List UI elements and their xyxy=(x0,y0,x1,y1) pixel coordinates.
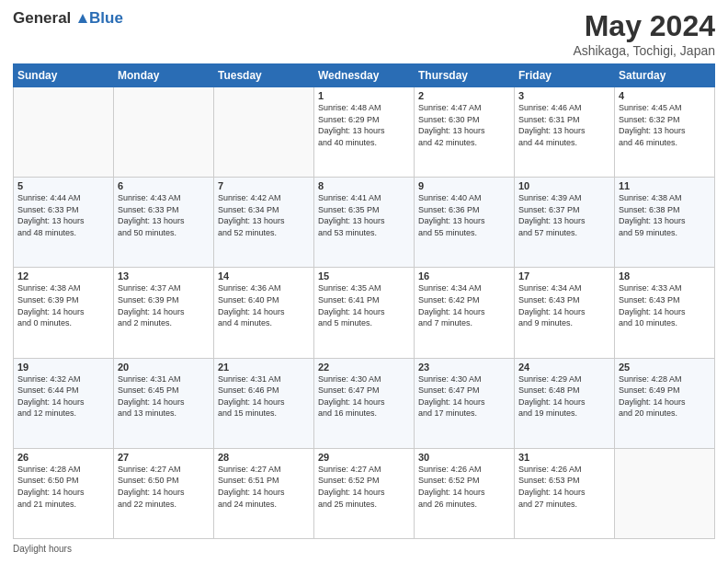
day-number: 7 xyxy=(218,180,310,191)
day-info: Sunrise: 4:46 AM Sunset: 6:31 PM Dayligh… xyxy=(518,102,610,148)
logo-text: General Blue xyxy=(13,9,123,28)
day-number: 6 xyxy=(118,180,210,191)
calendar-cell: 11Sunrise: 4:38 AM Sunset: 6:38 PM Dayli… xyxy=(615,178,715,268)
day-info: Sunrise: 4:35 AM Sunset: 6:41 PM Dayligh… xyxy=(318,282,410,328)
day-info: Sunrise: 4:40 AM Sunset: 6:36 PM Dayligh… xyxy=(418,192,510,238)
day-number: 17 xyxy=(518,270,610,282)
calendar-header-row: SundayMondayTuesdayWednesdayThursdayFrid… xyxy=(14,64,715,87)
day-number: 25 xyxy=(619,362,711,373)
day-number: 2 xyxy=(418,90,510,101)
calendar-cell: 25Sunrise: 4:28 AM Sunset: 6:49 PM Dayli… xyxy=(615,358,715,448)
main-title: May 2024 xyxy=(573,9,715,43)
logo-general: General xyxy=(13,9,71,27)
day-number: 4 xyxy=(619,90,711,101)
day-number: 22 xyxy=(318,362,410,373)
day-number: 13 xyxy=(118,270,210,282)
calendar-day-header: Saturday xyxy=(615,64,715,87)
calendar-cell: 4Sunrise: 4:45 AM Sunset: 6:32 PM Daylig… xyxy=(615,87,715,178)
calendar-cell: 20Sunrise: 4:31 AM Sunset: 6:45 PM Dayli… xyxy=(114,358,214,448)
day-number: 23 xyxy=(418,362,510,373)
calendar-cell: 19Sunrise: 4:32 AM Sunset: 6:44 PM Dayli… xyxy=(14,358,114,448)
calendar-cell: 17Sunrise: 4:34 AM Sunset: 6:43 PM Dayli… xyxy=(515,268,615,358)
calendar-day-header: Tuesday xyxy=(214,64,314,87)
day-info: Sunrise: 4:39 AM Sunset: 6:37 PM Dayligh… xyxy=(518,192,610,238)
calendar-week-row: 1Sunrise: 4:48 AM Sunset: 6:29 PM Daylig… xyxy=(14,87,715,178)
calendar-cell: 9Sunrise: 4:40 AM Sunset: 6:36 PM Daylig… xyxy=(415,178,515,268)
logo-blue: Blue xyxy=(89,10,123,28)
calendar-cell: 26Sunrise: 4:28 AM Sunset: 6:50 PM Dayli… xyxy=(14,448,114,538)
day-info: Sunrise: 4:34 AM Sunset: 6:42 PM Dayligh… xyxy=(418,282,510,328)
day-info: Sunrise: 4:27 AM Sunset: 6:52 PM Dayligh… xyxy=(318,464,410,510)
calendar-cell: 13Sunrise: 4:37 AM Sunset: 6:39 PM Dayli… xyxy=(114,268,214,358)
day-info: Sunrise: 4:28 AM Sunset: 6:50 PM Dayligh… xyxy=(17,464,109,510)
calendar-cell: 5Sunrise: 4:44 AM Sunset: 6:33 PM Daylig… xyxy=(14,178,114,268)
calendar-cell: 3Sunrise: 4:46 AM Sunset: 6:31 PM Daylig… xyxy=(515,87,615,178)
day-info: Sunrise: 4:29 AM Sunset: 6:48 PM Dayligh… xyxy=(518,373,610,419)
title-block: May 2024 Ashikaga, Tochigi, Japan xyxy=(573,9,715,58)
day-info: Sunrise: 4:27 AM Sunset: 6:50 PM Dayligh… xyxy=(118,464,210,510)
calendar-cell: 15Sunrise: 4:35 AM Sunset: 6:41 PM Dayli… xyxy=(314,268,415,358)
calendar-cell: 22Sunrise: 4:30 AM Sunset: 6:47 PM Dayli… xyxy=(314,358,415,448)
day-number: 3 xyxy=(518,90,610,101)
day-info: Sunrise: 4:37 AM Sunset: 6:39 PM Dayligh… xyxy=(118,282,210,328)
calendar-week-row: 19Sunrise: 4:32 AM Sunset: 6:44 PM Dayli… xyxy=(14,358,715,448)
day-info: Sunrise: 4:30 AM Sunset: 6:47 PM Dayligh… xyxy=(318,373,410,419)
calendar-cell xyxy=(214,87,314,178)
day-info: Sunrise: 4:45 AM Sunset: 6:32 PM Dayligh… xyxy=(619,102,711,148)
calendar-day-header: Wednesday xyxy=(314,64,415,87)
day-info: Sunrise: 4:33 AM Sunset: 6:43 PM Dayligh… xyxy=(619,282,711,328)
day-info: Sunrise: 4:30 AM Sunset: 6:47 PM Dayligh… xyxy=(418,373,510,419)
day-info: Sunrise: 4:48 AM Sunset: 6:29 PM Dayligh… xyxy=(318,102,410,148)
day-info: Sunrise: 4:44 AM Sunset: 6:33 PM Dayligh… xyxy=(17,192,109,238)
calendar-day-header: Sunday xyxy=(14,64,114,87)
calendar-cell: 12Sunrise: 4:38 AM Sunset: 6:39 PM Dayli… xyxy=(14,268,114,358)
calendar-cell: 31Sunrise: 4:26 AM Sunset: 6:53 PM Dayli… xyxy=(515,448,615,538)
calendar-cell: 28Sunrise: 4:27 AM Sunset: 6:51 PM Dayli… xyxy=(214,448,314,538)
calendar-day-header: Friday xyxy=(515,64,615,87)
day-info: Sunrise: 4:26 AM Sunset: 6:53 PM Dayligh… xyxy=(518,464,610,510)
day-info: Sunrise: 4:34 AM Sunset: 6:43 PM Dayligh… xyxy=(518,282,610,328)
day-info: Sunrise: 4:26 AM Sunset: 6:52 PM Dayligh… xyxy=(418,464,510,510)
day-number: 12 xyxy=(17,270,109,282)
calendar-cell: 21Sunrise: 4:31 AM Sunset: 6:46 PM Dayli… xyxy=(214,358,314,448)
logo-icon xyxy=(76,12,89,25)
calendar-cell: 29Sunrise: 4:27 AM Sunset: 6:52 PM Dayli… xyxy=(314,448,415,538)
calendar-cell: 27Sunrise: 4:27 AM Sunset: 6:50 PM Dayli… xyxy=(114,448,214,538)
day-number: 29 xyxy=(318,452,410,463)
page: General Blue May 2024 Ashikaga, Tochigi,… xyxy=(0,0,728,563)
day-number: 20 xyxy=(118,362,210,373)
day-number: 19 xyxy=(17,362,109,373)
day-info: Sunrise: 4:36 AM Sunset: 6:40 PM Dayligh… xyxy=(218,282,310,328)
day-info: Sunrise: 4:27 AM Sunset: 6:51 PM Dayligh… xyxy=(218,464,310,510)
calendar-cell: 7Sunrise: 4:42 AM Sunset: 6:34 PM Daylig… xyxy=(214,178,314,268)
day-info: Sunrise: 4:43 AM Sunset: 6:33 PM Dayligh… xyxy=(118,192,210,238)
day-info: Sunrise: 4:32 AM Sunset: 6:44 PM Dayligh… xyxy=(17,373,109,419)
day-number: 31 xyxy=(518,452,610,463)
day-number: 1 xyxy=(318,90,410,101)
calendar-day-header: Monday xyxy=(114,64,214,87)
calendar-day-header: Thursday xyxy=(415,64,515,87)
calendar-cell: 23Sunrise: 4:30 AM Sunset: 6:47 PM Dayli… xyxy=(415,358,515,448)
calendar-cell xyxy=(114,87,214,178)
calendar-cell: 6Sunrise: 4:43 AM Sunset: 6:33 PM Daylig… xyxy=(114,178,214,268)
day-number: 14 xyxy=(218,270,310,282)
daylight-label: Daylight hours xyxy=(13,544,72,554)
header: General Blue May 2024 Ashikaga, Tochigi,… xyxy=(13,9,715,58)
calendar-cell: 8Sunrise: 4:41 AM Sunset: 6:35 PM Daylig… xyxy=(314,178,415,268)
calendar-cell xyxy=(615,448,715,538)
day-number: 10 xyxy=(518,180,610,191)
day-number: 27 xyxy=(118,452,210,463)
calendar-week-row: 12Sunrise: 4:38 AM Sunset: 6:39 PM Dayli… xyxy=(14,268,715,358)
logo: General Blue xyxy=(13,9,123,28)
calendar-cell: 16Sunrise: 4:34 AM Sunset: 6:42 PM Dayli… xyxy=(415,268,515,358)
calendar-week-row: 5Sunrise: 4:44 AM Sunset: 6:33 PM Daylig… xyxy=(14,178,715,268)
day-info: Sunrise: 4:38 AM Sunset: 6:38 PM Dayligh… xyxy=(619,192,711,238)
day-number: 18 xyxy=(619,270,711,282)
day-info: Sunrise: 4:31 AM Sunset: 6:45 PM Dayligh… xyxy=(118,373,210,419)
calendar-table: SundayMondayTuesdayWednesdayThursdayFrid… xyxy=(13,63,715,539)
day-info: Sunrise: 4:47 AM Sunset: 6:30 PM Dayligh… xyxy=(418,102,510,148)
day-number: 26 xyxy=(17,452,109,463)
day-number: 9 xyxy=(418,180,510,191)
calendar-cell: 30Sunrise: 4:26 AM Sunset: 6:52 PM Dayli… xyxy=(415,448,515,538)
subtitle: Ashikaga, Tochigi, Japan xyxy=(573,43,715,58)
